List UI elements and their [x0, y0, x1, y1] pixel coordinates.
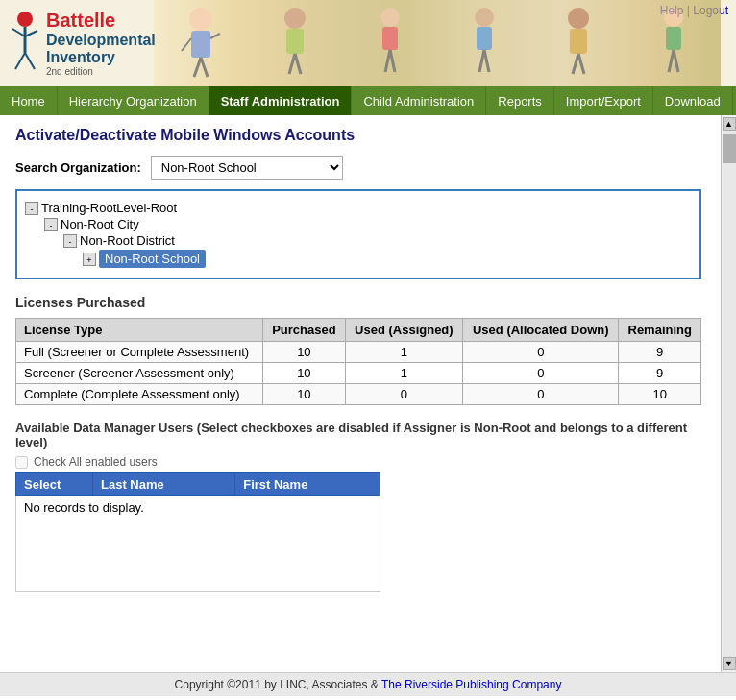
license-remaining-full: 9 — [619, 342, 701, 363]
license-purchased-full: 10 — [263, 342, 345, 363]
tree-item-school[interactable]: + Non-Root School — [83, 250, 692, 268]
nav-hierarchy[interactable]: Hierarchy Organization — [58, 86, 209, 115]
svg-rect-13 — [286, 29, 304, 54]
search-org-label: Search Organization: — [15, 160, 141, 175]
license-row-complete: Complete (Complete Assessment only) 10 0… — [16, 384, 701, 405]
scroll-thumb[interactable] — [723, 134, 736, 163]
svg-line-15 — [295, 54, 301, 74]
license-row-screener: Screener (Screener Assessment only) 10 1… — [16, 363, 701, 384]
content-area: Activate/Deactivate Mobile Windows Accou… — [0, 115, 721, 672]
logo-text: Battelle DevelopmentalInventory 2nd edit… — [46, 10, 156, 76]
licenses-col-purchased: Purchased — [263, 319, 345, 342]
svg-rect-29 — [666, 27, 681, 50]
svg-line-9 — [201, 58, 208, 77]
license-row-full: Full (Screener or Complete Assessment) 1… — [16, 342, 701, 363]
license-used-assigned-complete: 0 — [345, 384, 462, 405]
licenses-col-type: License Type — [16, 319, 263, 342]
main-area: Activate/Deactivate Mobile Windows Accou… — [0, 115, 736, 672]
no-records-text: No records to display. — [24, 500, 144, 515]
license-type-complete: Complete (Complete Assessment only) — [16, 384, 263, 405]
license-used-allocated-screener: 0 — [463, 363, 619, 384]
license-remaining-screener: 9 — [619, 363, 701, 384]
search-org-row: Search Organization: Non-Root School Non… — [15, 156, 701, 180]
svg-line-5 — [25, 53, 35, 69]
svg-line-8 — [194, 58, 201, 77]
tree-label-root: Training-RootLevel-Root — [41, 201, 177, 215]
tree-icon-school: + — [83, 253, 96, 266]
footer: Copyright ©2011 by LINC, Associates & Th… — [0, 672, 736, 696]
license-type-full: Full (Screener or Complete Assessment) — [16, 342, 263, 363]
svg-line-19 — [390, 50, 395, 72]
header: Battelle DevelopmentalInventory 2nd edit… — [0, 0, 736, 86]
scroll-track — [723, 131, 736, 657]
users-empty-area: No records to display. — [15, 496, 380, 592]
svg-point-16 — [380, 8, 400, 27]
licenses-table: License Type Purchased Used (Assigned) U… — [15, 318, 701, 405]
svg-line-10 — [182, 38, 191, 51]
svg-rect-25 — [570, 29, 587, 54]
svg-rect-17 — [382, 27, 398, 50]
svg-line-27 — [578, 54, 584, 74]
nav-importexport[interactable]: Import/Export — [554, 86, 653, 115]
license-used-assigned-screener: 1 — [345, 363, 462, 384]
users-col-select: Select — [16, 473, 93, 496]
tree-item-city[interactable]: - Non-Root City — [44, 217, 692, 231]
scroll-down-btn[interactable]: ▼ — [723, 657, 736, 670]
svg-line-2 — [12, 29, 25, 36]
svg-point-12 — [284, 8, 306, 29]
footer-link[interactable]: The Riverside Publishing Company — [381, 678, 561, 691]
license-used-allocated-full: 0 — [463, 342, 619, 363]
tree-item-root[interactable]: - Training-RootLevel-Root — [25, 201, 692, 215]
svg-line-11 — [210, 34, 220, 38]
svg-point-0 — [17, 12, 33, 27]
users-table: Select Last Name First Name — [15, 472, 380, 496]
check-all-label: Check All enabled users — [34, 455, 158, 469]
header-illustration — [154, 0, 721, 86]
licenses-col-remaining: Remaining — [619, 319, 701, 342]
license-type-screener: Screener (Screener Assessment only) — [16, 363, 263, 384]
svg-point-24 — [568, 8, 589, 29]
license-remaining-complete: 10 — [619, 384, 701, 405]
users-section-title: Available Data Manager Users (Select che… — [15, 421, 688, 449]
logo-icon — [8, 10, 42, 77]
users-col-firstname: First Name — [235, 473, 380, 496]
tree-icon-root: - — [25, 202, 38, 215]
license-purchased-screener: 10 — [263, 363, 345, 384]
svg-line-23 — [484, 50, 489, 72]
nav-bar: Home Hierarchy Organization Staff Admini… — [0, 86, 736, 115]
svg-line-3 — [25, 31, 37, 36]
logo-edition: 2nd edition — [46, 66, 156, 77]
svg-point-6 — [189, 8, 212, 31]
scroll-up-btn[interactable]: ▲ — [723, 117, 736, 131]
check-all-row: Check All enabled users — [15, 455, 701, 469]
logo-dev: DevelopmentalInventory — [46, 32, 156, 65]
tree-item-district[interactable]: - Non-Root District — [63, 233, 692, 248]
nav-child[interactable]: Child Administration — [352, 86, 486, 115]
footer-text: Copyright ©2011 by LINC, Associates & — [175, 678, 379, 691]
users-col-lastname: Last Name — [93, 473, 235, 496]
nav-download[interactable]: Download — [653, 86, 733, 115]
license-purchased-complete: 10 — [263, 384, 345, 405]
svg-line-4 — [15, 53, 25, 69]
svg-rect-7 — [191, 31, 210, 58]
nav-staff[interactable]: Staff Administration — [209, 86, 353, 115]
tree-icon-district: - — [63, 234, 77, 248]
scrollbar-v[interactable]: ▲ ▼ — [721, 115, 736, 672]
page-title: Activate/Deactivate Mobile Windows Accou… — [15, 127, 701, 144]
nav-home[interactable]: Home — [0, 86, 58, 115]
org-tree: - Training-RootLevel-Root - Non-Root Cit… — [15, 189, 701, 279]
logo-battelle: Battelle — [46, 10, 156, 32]
license-used-assigned-full: 1 — [345, 342, 462, 363]
svg-line-26 — [573, 54, 578, 74]
check-all-checkbox[interactable] — [15, 456, 28, 469]
svg-line-31 — [674, 50, 678, 72]
licenses-col-used-assigned: Used (Assigned) — [345, 319, 462, 342]
svg-line-14 — [289, 54, 295, 74]
nav-reports[interactable]: Reports — [486, 86, 554, 115]
svg-rect-21 — [477, 27, 492, 50]
svg-point-20 — [475, 8, 494, 27]
tree-icon-city: - — [44, 218, 58, 231]
search-org-select[interactable]: Non-Root School Non-Root District Non-Ro… — [151, 156, 343, 180]
licenses-col-used-allocated: Used (Allocated Down) — [463, 319, 619, 342]
tree-label-school: Non-Root School — [99, 250, 206, 268]
